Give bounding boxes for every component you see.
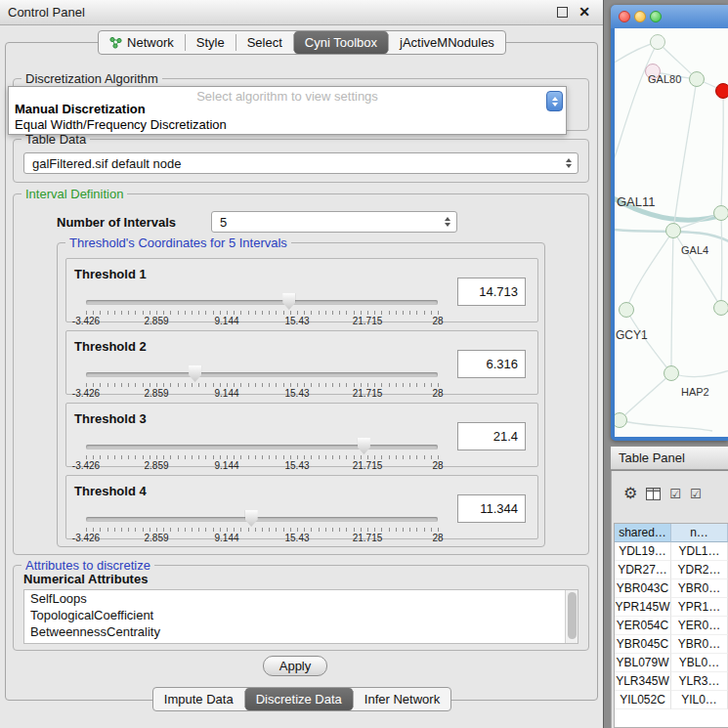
network-view-window[interactable]: GAL80GAL11GAL4GCY1HAP2 [611, 5, 728, 441]
network-node-green[interactable] [689, 71, 705, 87]
table-data-combobox[interactable]: galFiltered.sif default node [23, 152, 578, 174]
slider-scale-label: 9.144 [214, 316, 238, 326]
float-window-button[interactable] [557, 7, 568, 18]
table-row[interactable]: YBR045CYBR0… [615, 635, 728, 654]
unselect-columns-icon[interactable]: ☑ [690, 488, 702, 500]
tab-impute-data[interactable]: Impute Data [153, 688, 244, 710]
tab-select[interactable]: Select [236, 31, 293, 54]
select-all-columns-icon[interactable]: ☑ [669, 488, 681, 500]
network-node-green[interactable] [713, 205, 728, 221]
column-chooser-icon[interactable] [646, 488, 661, 500]
table-row[interactable]: YDL19…YDL1… [615, 542, 728, 561]
threshold-slider[interactable]: -3.4262.8599.14415.4321.71528 [78, 509, 461, 540]
algorithm-option-equal-width-frequency[interactable]: Equal Width/Frequency Discretization [15, 117, 227, 132]
tab-network[interactable]: Network [99, 31, 185, 54]
stepper-down-icon [552, 103, 558, 107]
network-node-red[interactable] [715, 83, 728, 99]
table-row[interactable]: YLR345WYLR3… [615, 672, 728, 691]
node-label-gal80: GAL80 [648, 73, 681, 85]
network-edge[interactable] [721, 91, 723, 213]
attribute-item[interactable]: SelfLoops [24, 590, 578, 607]
tab-label: Style [196, 35, 225, 50]
attributes-listbox[interactable]: SelfLoopsTopologicalCoefficientBetweenne… [23, 589, 578, 644]
table-row[interactable]: YER054CYER0… [615, 617, 728, 635]
table-cell: YBR0… [671, 579, 728, 598]
table-header-row: shared…n… [615, 524, 728, 542]
network-edge[interactable] [615, 42, 658, 175]
apply-button[interactable]: Apply [263, 656, 327, 676]
network-edge[interactable] [620, 420, 712, 431]
slider-scale-label: 28 [432, 388, 443, 399]
number-of-intervals-label: Number of Intervals [57, 215, 176, 230]
tab-infer-network[interactable]: Infer Network [354, 688, 450, 710]
slider-thumb[interactable] [245, 510, 258, 527]
network-edge[interactable] [673, 79, 697, 231]
scrollbar-thumb[interactable] [568, 592, 577, 639]
network-node-pale[interactable] [650, 34, 665, 50]
slider-scale-label: 2.859 [144, 316, 168, 326]
network-edge[interactable] [673, 231, 721, 308]
table-panel-titlebar: Table Panel [611, 446, 728, 470]
slider-scale-label: -3.426 [72, 388, 100, 399]
attribute-item[interactable]: BetweennessCentrality [24, 623, 578, 640]
thresholds-group-label: Threshold's Coordinates for 5 Intervals [65, 236, 291, 250]
table-toolbar: ⚙ ☑ ☑ [616, 481, 709, 506]
slider-track [86, 517, 438, 522]
main-tabbar: NetworkStyleSelectCyni ToolboxjActiveMNo… [98, 30, 506, 55]
network-edge[interactable] [721, 213, 722, 308]
table-cell: YDR2… [671, 561, 728, 579]
gear-icon[interactable]: ⚙ [623, 486, 637, 501]
close-traffic-light-icon[interactable] [619, 11, 630, 22]
close-window-button[interactable]: ✕ [578, 4, 590, 20]
table-cell: YBL0… [671, 654, 728, 672]
zoom-traffic-light-icon[interactable] [650, 11, 662, 22]
network-edge[interactable] [671, 231, 673, 373]
network-edge[interactable] [671, 368, 728, 377]
table-row[interactable]: YBL079WYBL0… [615, 654, 728, 672]
number-of-intervals-combobox[interactable]: 5 [211, 211, 457, 233]
slider-thumb[interactable] [358, 438, 370, 454]
tab-cyni-toolbox[interactable]: Cyni Toolbox [294, 31, 388, 54]
algorithm-option-manual-discretization[interactable]: Manual Discretization [15, 102, 146, 116]
attributes-scrollbar[interactable] [565, 590, 578, 643]
threshold-value-field[interactable]: 14.713 [457, 278, 526, 306]
table-row[interactable]: YDR27…YDR2… [615, 561, 728, 579]
table-row[interactable]: YIL052CYIL0… [615, 691, 728, 709]
network-edge[interactable] [620, 373, 671, 420]
table-row[interactable]: YPR145WYPR1… [615, 598, 728, 617]
network-node-green[interactable] [713, 300, 728, 316]
column-header-n[interactable]: n… [671, 524, 728, 542]
slider-thumb[interactable] [282, 293, 295, 310]
minimize-traffic-light-icon[interactable] [634, 11, 646, 22]
slider-scale-label: -3.426 [72, 533, 100, 543]
tab-discretize-data[interactable]: Discretize Data [245, 688, 353, 710]
column-header-shared[interactable]: shared… [615, 524, 671, 542]
network-node-green[interactable] [619, 302, 634, 318]
algorithm-combobox-stepper[interactable] [546, 91, 563, 111]
threshold-slider[interactable]: -3.4262.8599.14415.4321.71528 [78, 364, 461, 396]
threshold-value-field[interactable]: 6.316 [457, 350, 526, 378]
attribute-item[interactable]: TopologicalCoefficient [24, 607, 578, 623]
network-window-titlebar[interactable] [611, 5, 728, 28]
threshold-value-field[interactable]: 11.344 [457, 494, 526, 523]
tab-label: Infer Network [364, 692, 440, 707]
network-node-green[interactable] [664, 365, 679, 381]
threshold-value-field[interactable]: 21.4 [457, 422, 526, 450]
threshold-slider[interactable]: -3.4262.8599.14415.4321.71528 [78, 437, 461, 468]
table-cell: YIL052C [615, 691, 671, 709]
tab-label: Select [247, 35, 282, 50]
network-edge[interactable] [626, 231, 673, 310]
combo-arrows-icon [566, 158, 572, 168]
tab-style[interactable]: Style [186, 31, 236, 54]
table-row[interactable]: YBR043CYBR0… [615, 579, 728, 598]
network-canvas[interactable]: GAL80GAL11GAL4GCY1HAP2 [615, 28, 728, 437]
threshold-label: Threshold 4 [74, 484, 147, 498]
slider-scale-label: 21.715 [353, 316, 383, 326]
tab-jactivemnodules[interactable]: jActiveMNodules [389, 31, 505, 54]
network-icon [109, 36, 122, 49]
threshold-box: Threshold 3-3.4262.8599.14415.4321.71528… [65, 403, 538, 467]
slider-thumb[interactable] [189, 365, 201, 382]
network-node-green[interactable] [665, 223, 681, 238]
slider-scale-label: 21.715 [353, 533, 383, 543]
threshold-slider[interactable]: -3.4262.8599.14415.4321.71528 [78, 292, 461, 323]
